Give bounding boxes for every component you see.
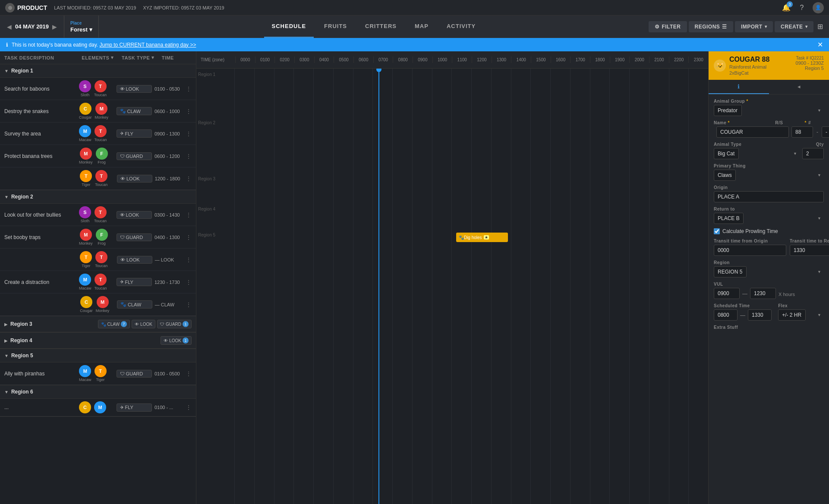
flex-label: Flex xyxy=(778,303,824,308)
name-input[interactable] xyxy=(716,126,789,138)
task-more-button[interactable]: ⋮ xyxy=(186,370,192,377)
rph-task-label: Task # IQ2221 xyxy=(796,56,824,60)
tab-fruits[interactable]: FRUITS xyxy=(316,16,355,38)
vul-dash: — xyxy=(742,291,747,299)
task-more-button[interactable]: ⋮ xyxy=(186,175,192,182)
transit-origin-input[interactable] xyxy=(714,245,786,256)
name-field: Name * # * R/S - - xyxy=(714,120,824,138)
cougar-animal-icon: 🐱 xyxy=(714,60,726,72)
macaw-icon: M xyxy=(94,401,106,413)
primary-thing-select[interactable]: Claws xyxy=(714,170,736,181)
claw-badge-count: 🐾 CLAW 7 xyxy=(98,320,130,328)
return-to-select[interactable]: PLACE B xyxy=(714,213,744,224)
tab-map[interactable]: MAP xyxy=(407,16,436,38)
table-header: TASK DESCRIPTION ELEMENTS ▾ TASK TYPE ▾ … xyxy=(0,51,196,64)
task-type: 🐾 CLAW xyxy=(117,107,152,115)
calc-prowling-checkbox[interactable] xyxy=(714,228,720,234)
notification-close-button[interactable]: ✕ xyxy=(817,41,823,49)
task-type: 🛡 GUARD xyxy=(117,370,152,378)
number-input[interactable] xyxy=(791,126,813,138)
primary-thing-field: Primary Thing Claws xyxy=(714,164,824,181)
region-3-section: ▶ Region 3 🐾 CLAW 7 👁 LOOK 🛡 GUARD xyxy=(0,316,196,333)
flex-select[interactable]: +/- 2 HR xyxy=(778,309,806,321)
scheduled-end-input[interactable] xyxy=(748,309,772,321)
region-6-header[interactable]: ▼ Region 6 xyxy=(0,385,196,399)
place-value[interactable]: Forest ▾ xyxy=(70,26,92,33)
import-button[interactable]: IMPORT ▾ xyxy=(735,21,773,32)
claw-badge: 🐾 CLAW xyxy=(117,107,152,115)
date-prev-button[interactable]: ◀ xyxy=(5,22,13,32)
animal-frog: F Frog xyxy=(96,148,108,164)
rp-tab-info[interactable]: ℹ xyxy=(709,80,769,94)
origin-input[interactable] xyxy=(714,191,824,202)
nav-actions: ⚙ FILTER REGIONS ☰ IMPORT ▾ CREATE ▾ ⊞ xyxy=(649,21,829,32)
scheduled-start-input[interactable] xyxy=(714,309,738,321)
region-4-header[interactable]: ▶ Region 4 👁 LOOK 1 xyxy=(0,333,196,349)
dig-holes-label: Dig holes xyxy=(464,235,482,240)
notification-button[interactable]: 🔔 3 xyxy=(782,3,791,13)
place-chevron-icon: ▾ xyxy=(89,26,92,33)
task-more-button[interactable]: ⋮ xyxy=(186,256,192,263)
task-more-button[interactable]: ⋮ xyxy=(186,153,192,160)
vul-end-input[interactable] xyxy=(750,288,776,299)
region-4-name: Region 4 xyxy=(10,337,32,343)
fly-icon: ✈ xyxy=(120,405,124,410)
region-2-header[interactable]: ▼ Region 2 xyxy=(0,190,196,204)
task-type: 👁 LOOK xyxy=(117,256,152,264)
vul-start-input[interactable] xyxy=(714,288,740,299)
filter-icon-elements[interactable]: ▾ xyxy=(111,55,114,60)
animal-type-select[interactable]: Big Cat xyxy=(714,148,739,159)
animal-group-select[interactable]: Predator xyxy=(714,105,742,116)
tab-schedule[interactable]: SCHEDULE xyxy=(264,16,314,38)
task-more-button[interactable]: ⋮ xyxy=(186,404,192,411)
filter-button[interactable]: ⚙ FILTER xyxy=(649,21,687,32)
region-3-header[interactable]: ▶ Region 3 🐾 CLAW 7 👁 LOOK 🛡 GUARD xyxy=(0,316,196,332)
qty-input[interactable] xyxy=(802,148,824,159)
grid-icon[interactable]: ⊞ xyxy=(815,22,825,32)
region-select[interactable]: REGION 5 xyxy=(714,266,747,277)
task-type: 👁 LOOK xyxy=(117,85,152,93)
cougar-icon: C xyxy=(80,296,92,308)
animal-macaw: M Macaw xyxy=(79,274,91,290)
task-more-button[interactable]: ⋮ xyxy=(186,108,192,115)
regions-button[interactable]: REGIONS ☰ xyxy=(689,21,733,32)
region-5-header[interactable]: ▼ Region 5 xyxy=(0,349,196,362)
look-badge: 👁 LOOK xyxy=(117,211,152,219)
animal-sloth: S Sloth xyxy=(79,206,91,223)
task-more-button[interactable]: ⋮ xyxy=(186,211,192,218)
table-row: Survey the area M Macaw T Toucan ✈ FLY xyxy=(0,123,196,145)
task-more-button[interactable]: ⋮ xyxy=(186,279,192,286)
task-more-button[interactable]: ⋮ xyxy=(186,85,192,92)
rp-tab-nav[interactable]: ◂ xyxy=(769,80,829,94)
user-avatar[interactable]: 👤 xyxy=(813,2,824,13)
transit-return-input[interactable] xyxy=(790,245,829,256)
notification-link[interactable]: Jump to CURRENT banana eating day >> xyxy=(100,42,196,48)
scheduled-time-label: Scheduled Time xyxy=(714,303,775,308)
region-1-header[interactable]: ▼ Region 1 xyxy=(0,64,196,78)
nav-tabs: SCHEDULE FRUITS CRITTERS MAP ACTIVITY xyxy=(99,16,649,38)
task-more-button[interactable]: ⋮ xyxy=(186,234,192,241)
date-next-button[interactable]: ▶ xyxy=(50,22,59,32)
tab-activity[interactable]: ACTIVITY xyxy=(439,16,483,38)
vul-suffix: X hours xyxy=(779,292,795,299)
task-elements: C M xyxy=(78,401,114,413)
tiger-icon: T xyxy=(80,251,92,263)
animal-tiger: T Tiger xyxy=(80,170,92,187)
current-time-dot xyxy=(376,69,381,72)
tab-critters[interactable]: CRITTERS xyxy=(357,16,404,38)
filter-icon-type[interactable]: ▾ xyxy=(151,55,154,60)
vul-field: VUL — X hours xyxy=(714,282,824,299)
xyz-imported: XYZ IMPORTED: 0957Z 03 MAY 2019 xyxy=(143,5,224,10)
claw-icon: 🐾 xyxy=(120,108,126,114)
animal-group-field: Animal Group * Predator xyxy=(714,99,824,116)
look-icon: 👁 xyxy=(120,257,125,262)
macaw-icon: M xyxy=(79,125,91,137)
help-button[interactable]: ? xyxy=(797,3,807,13)
claw-badge: 🐾 CLAW xyxy=(117,300,152,309)
task-more-button[interactable]: ⋮ xyxy=(186,301,192,308)
table-row: Search for baboons S Sloth T Toucan 👁 LO… xyxy=(0,78,196,100)
rs-select[interactable]: - xyxy=(822,126,829,138)
create-button[interactable]: CREATE ▾ xyxy=(775,21,813,32)
task-more-button[interactable]: ⋮ xyxy=(186,130,192,137)
timeline-event-dig-holes[interactable]: 🐾 Dig holes ★ xyxy=(456,233,508,242)
